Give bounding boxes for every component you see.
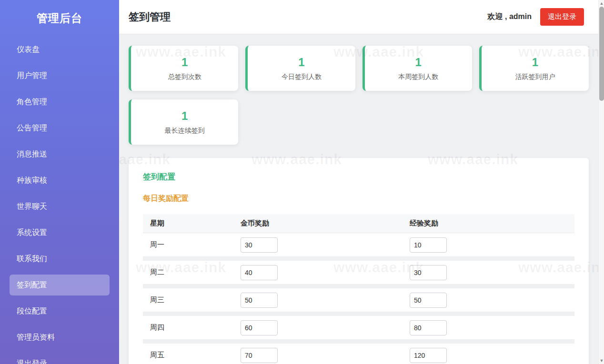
day-label: 周五 <box>143 351 233 360</box>
sidebar-item-label: 消息推送 <box>17 150 47 158</box>
sidebar-item-label: 种族审核 <box>17 176 47 184</box>
day-label: 周一 <box>143 240 233 249</box>
exp-reward-input[interactable] <box>410 265 447 280</box>
reward-table: 星期 金币奖励 经验奖励 周一 <box>143 214 574 364</box>
table-row: 周一 <box>143 233 574 257</box>
stat-label: 活跃签到用户 <box>515 73 555 81</box>
gold-reward-input[interactable] <box>241 265 278 280</box>
scrollbar-thumb[interactable] <box>599 7 604 101</box>
col-header-day: 星期 <box>143 219 233 228</box>
sidebar-item[interactable]: 消息推送 <box>10 144 110 165</box>
sidebar-item[interactable]: 世界聊天 <box>10 196 110 217</box>
day-label: 周三 <box>143 295 233 305</box>
stat-value: 1 <box>181 56 188 69</box>
scrollbar[interactable]: ▲ ▼ <box>598 0 604 364</box>
section-title: 签到配置 <box>143 171 574 182</box>
stat-label: 本周签到人数 <box>398 73 438 81</box>
sidebar-item-label: 联系我们 <box>17 255 47 263</box>
sidebar-item[interactable]: 角色管理 <box>10 91 110 112</box>
stat-card: 1 总签到次数 <box>129 46 238 91</box>
sidebar-item[interactable]: 签到配置 <box>10 275 110 295</box>
stat-card: 1 今日签到人数 <box>245 46 355 91</box>
table-row: 周五 <box>143 340 574 364</box>
scrollbar-up-arrow[interactable]: ▲ <box>599 0 604 7</box>
gold-reward-input[interactable] <box>241 348 278 363</box>
sidebar-item-label: 段位配置 <box>17 307 47 315</box>
sidebar-item-label: 用户管理 <box>17 71 47 79</box>
app-title: 管理后台 <box>0 10 119 26</box>
stat-value: 1 <box>532 56 538 69</box>
sidebar-item-label: 公告管理 <box>17 124 47 132</box>
table-row: 周三 <box>143 285 574 312</box>
table-row: 周二 <box>143 257 574 285</box>
sidebar-item[interactable]: 仪表盘 <box>10 39 110 60</box>
sidebar: 管理后台 仪表盘 用户管理 角色管理 公告管理 消息推送 种族审核 <box>0 0 119 364</box>
sidebar-item-label: 系统设置 <box>17 228 47 236</box>
stat-label: 总签到次数 <box>168 73 201 81</box>
stats-grid: 1 总签到次数 1 今日签到人数 1 本周签到人数 1 活跃签到用户 <box>129 46 589 145</box>
sidebar-item-label: 签到配置 <box>17 281 47 289</box>
exp-reward-input[interactable] <box>410 237 447 253</box>
col-header-exp: 经验奖励 <box>403 219 574 228</box>
gold-reward-input[interactable] <box>241 320 278 335</box>
sidebar-item-label: 仪表盘 <box>17 45 40 53</box>
sidebar-item[interactable]: 退出登录 <box>10 353 110 364</box>
subsection-title: 每日奖励配置 <box>143 194 574 204</box>
exp-reward-input[interactable] <box>410 348 447 363</box>
page-title: 签到管理 <box>129 10 171 24</box>
stat-card: 1 最长连续签到 <box>129 99 238 145</box>
sidebar-item[interactable]: 种族审核 <box>10 170 110 191</box>
gold-reward-input[interactable] <box>241 237 278 253</box>
stat-label: 最长连续签到 <box>165 127 205 135</box>
sidebar-item-label: 退出登录 <box>17 359 47 364</box>
scrollbar-down-arrow[interactable]: ▼ <box>599 357 604 364</box>
welcome-text: 欢迎 , admin <box>488 12 532 22</box>
header-right: 欢迎 , admin 退出登录 <box>488 8 584 26</box>
sidebar-item-label: 角色管理 <box>17 98 47 106</box>
stat-value: 1 <box>298 56 304 69</box>
sidebar-item-label: 管理员资料 <box>17 333 55 341</box>
day-label: 周四 <box>143 323 233 332</box>
main-area: 签到管理 欢迎 , admin 退出登录 1 总签到次数 1 今日签到人数 1 <box>119 0 598 364</box>
sidebar-item-label: 世界聊天 <box>17 202 47 210</box>
signin-config-panel: 签到配置 每日奖励配置 星期 金币奖励 经验奖励 周一 <box>129 158 589 364</box>
col-header-gold: 金币奖励 <box>233 219 403 228</box>
stat-card: 1 本周签到人数 <box>362 46 472 91</box>
stat-card: 1 活跃签到用户 <box>479 46 589 91</box>
table-header-row: 星期 金币奖励 经验奖励 <box>143 214 574 233</box>
top-header: 签到管理 欢迎 , admin 退出登录 <box>119 0 598 34</box>
sidebar-item[interactable]: 系统设置 <box>10 222 110 243</box>
sidebar-item[interactable]: 联系我们 <box>10 248 110 269</box>
sidebar-nav: 仪表盘 用户管理 角色管理 公告管理 消息推送 种族审核 世界聊天 <box>0 39 119 364</box>
stat-label: 今日签到人数 <box>282 73 322 81</box>
content: 1 总签到次数 1 今日签到人数 1 本周签到人数 1 活跃签到用户 <box>119 34 598 364</box>
sidebar-item[interactable]: 用户管理 <box>10 65 110 86</box>
exp-reward-input[interactable] <box>410 293 447 308</box>
exp-reward-input[interactable] <box>410 320 447 335</box>
stat-value: 1 <box>415 56 421 69</box>
logout-button[interactable]: 退出登录 <box>540 8 584 26</box>
sidebar-item[interactable]: 段位配置 <box>10 301 110 322</box>
stat-value: 1 <box>181 109 188 123</box>
gold-reward-input[interactable] <box>241 293 278 308</box>
table-body: 周一 周二 <box>143 233 574 364</box>
day-label: 周二 <box>143 268 233 277</box>
table-row: 周四 <box>143 312 574 340</box>
sidebar-item[interactable]: 公告管理 <box>10 118 110 138</box>
sidebar-item[interactable]: 管理员资料 <box>10 327 110 348</box>
